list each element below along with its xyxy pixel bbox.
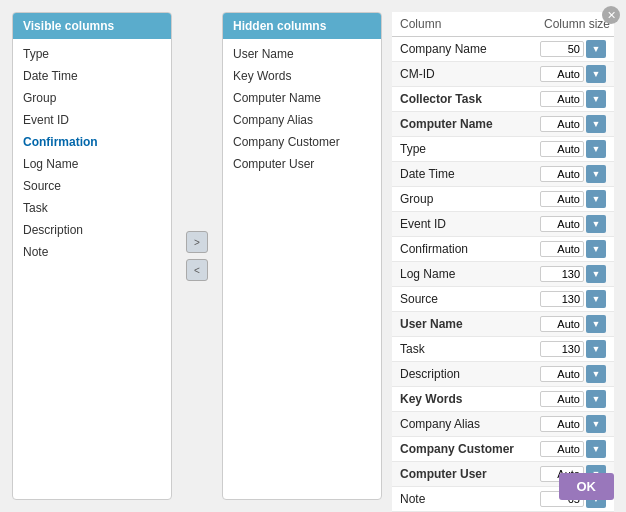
hidden-column-item[interactable]: Computer Name <box>223 87 381 109</box>
size-input[interactable] <box>540 391 584 407</box>
column-size-cell: ▼ <box>528 237 614 262</box>
size-input[interactable] <box>540 441 584 457</box>
size-input[interactable] <box>540 116 584 132</box>
hidden-column-item[interactable]: Key Words <box>223 65 381 87</box>
hidden-column-item[interactable]: Company Customer <box>223 131 381 153</box>
visible-columns-header: Visible columns <box>13 13 171 39</box>
table-row: Key Words▼ <box>392 387 614 412</box>
column-size-cell: ▼ <box>528 287 614 312</box>
table-body: Company Name▼CM-ID▼Collector Task▼Comput… <box>392 37 614 512</box>
column-size-cell: ▼ <box>528 412 614 437</box>
table-row: Source▼ <box>392 287 614 312</box>
table-row: Company Alias▼ <box>392 412 614 437</box>
hidden-column-item[interactable]: Company Alias <box>223 109 381 131</box>
column-name-cell: Group <box>392 187 528 212</box>
hidden-column-item[interactable]: Computer User <box>223 153 381 175</box>
size-dropdown-button[interactable]: ▼ <box>586 165 606 183</box>
column-name-cell: Description <box>392 362 528 387</box>
table-row: Company Customer▼ <box>392 437 614 462</box>
size-input[interactable] <box>540 316 584 332</box>
size-dropdown-button[interactable]: ▼ <box>586 40 606 58</box>
table-row: Log Name▼ <box>392 262 614 287</box>
close-icon[interactable]: ✕ <box>602 6 620 24</box>
size-dropdown-button[interactable]: ▼ <box>586 115 606 133</box>
size-dropdown-button[interactable]: ▼ <box>586 440 606 458</box>
ok-button-area: OK <box>559 473 615 500</box>
column-name-cell: Date Time <box>392 162 528 187</box>
column-name-cell: Source <box>392 287 528 312</box>
size-dropdown-button[interactable]: ▼ <box>586 365 606 383</box>
hidden-column-item[interactable]: User Name <box>223 43 381 65</box>
size-dropdown-button[interactable]: ▼ <box>586 215 606 233</box>
visible-columns-panel: Visible columns TypeDate TimeGroupEvent … <box>12 12 172 500</box>
column-size-cell: ▼ <box>528 262 614 287</box>
column-name-cell: Log Name <box>392 262 528 287</box>
column-size-cell: ▼ <box>528 362 614 387</box>
size-input[interactable] <box>540 291 584 307</box>
visible-column-item[interactable]: Log Name <box>13 153 171 175</box>
hidden-columns-header: Hidden columns <box>223 13 381 39</box>
visible-column-item[interactable]: Note <box>13 241 171 263</box>
table-row: Date Time▼ <box>392 162 614 187</box>
table-row: Computer Name▼ <box>392 112 614 137</box>
size-dropdown-button[interactable]: ▼ <box>586 240 606 258</box>
size-input[interactable] <box>540 216 584 232</box>
column-name-cell: Company Customer <box>392 437 528 462</box>
size-input[interactable] <box>540 366 584 382</box>
column-size-table: Column Column size Company Name▼CM-ID▼Co… <box>392 12 614 512</box>
ok-button[interactable]: OK <box>559 473 615 500</box>
visible-column-item[interactable]: Task <box>13 197 171 219</box>
size-dropdown-button[interactable]: ▼ <box>586 390 606 408</box>
size-input[interactable] <box>540 166 584 182</box>
visible-column-item[interactable]: Description <box>13 219 171 241</box>
hidden-columns-panel: Hidden columns User NameKey WordsCompute… <box>222 12 382 500</box>
move-left-button[interactable]: < <box>186 259 208 281</box>
size-input[interactable] <box>540 141 584 157</box>
size-input[interactable] <box>540 266 584 282</box>
column-name-cell: Confirmation <box>392 237 528 262</box>
size-input[interactable] <box>540 241 584 257</box>
table-row: Group▼ <box>392 187 614 212</box>
move-right-button[interactable]: > <box>186 231 208 253</box>
column-name-cell: Event ID <box>392 212 528 237</box>
visible-column-item[interactable]: Source <box>13 175 171 197</box>
column-size-cell: ▼ <box>528 87 614 112</box>
size-dropdown-button[interactable]: ▼ <box>586 90 606 108</box>
table-row: Company Name▼ <box>392 37 614 62</box>
table-row: CM-ID▼ <box>392 62 614 87</box>
table-row: Confirmation▼ <box>392 237 614 262</box>
visible-column-item[interactable]: Confirmation <box>13 131 171 153</box>
visible-column-item[interactable]: Date Time <box>13 65 171 87</box>
size-input[interactable] <box>540 66 584 82</box>
size-input[interactable] <box>540 416 584 432</box>
column-name-cell: Computer User <box>392 462 528 487</box>
column-name-cell: Note <box>392 487 528 512</box>
size-dropdown-button[interactable]: ▼ <box>586 340 606 358</box>
visible-column-item[interactable]: Group <box>13 87 171 109</box>
column-size-cell: ▼ <box>528 37 614 62</box>
size-dropdown-button[interactable]: ▼ <box>586 415 606 433</box>
size-input[interactable] <box>540 41 584 57</box>
size-dropdown-button[interactable]: ▼ <box>586 190 606 208</box>
column-size-cell: ▼ <box>528 62 614 87</box>
column-size-cell: ▼ <box>528 162 614 187</box>
column-header: Column <box>392 12 528 37</box>
size-dropdown-button[interactable]: ▼ <box>586 290 606 308</box>
column-name-cell: User Name <box>392 312 528 337</box>
size-input[interactable] <box>540 341 584 357</box>
table-row: Collector Task▼ <box>392 87 614 112</box>
size-dropdown-button[interactable]: ▼ <box>586 65 606 83</box>
table-row: User Name▼ <box>392 312 614 337</box>
size-dropdown-button[interactable]: ▼ <box>586 140 606 158</box>
size-input[interactable] <box>540 191 584 207</box>
visible-column-item[interactable]: Event ID <box>13 109 171 131</box>
size-input[interactable] <box>540 91 584 107</box>
column-size-cell: ▼ <box>528 137 614 162</box>
table-row: Description▼ <box>392 362 614 387</box>
size-dropdown-button[interactable]: ▼ <box>586 265 606 283</box>
column-size-cell: ▼ <box>528 312 614 337</box>
visible-column-item[interactable]: Type <box>13 43 171 65</box>
column-name-cell: Type <box>392 137 528 162</box>
size-dropdown-button[interactable]: ▼ <box>586 315 606 333</box>
column-size-cell: ▼ <box>528 212 614 237</box>
